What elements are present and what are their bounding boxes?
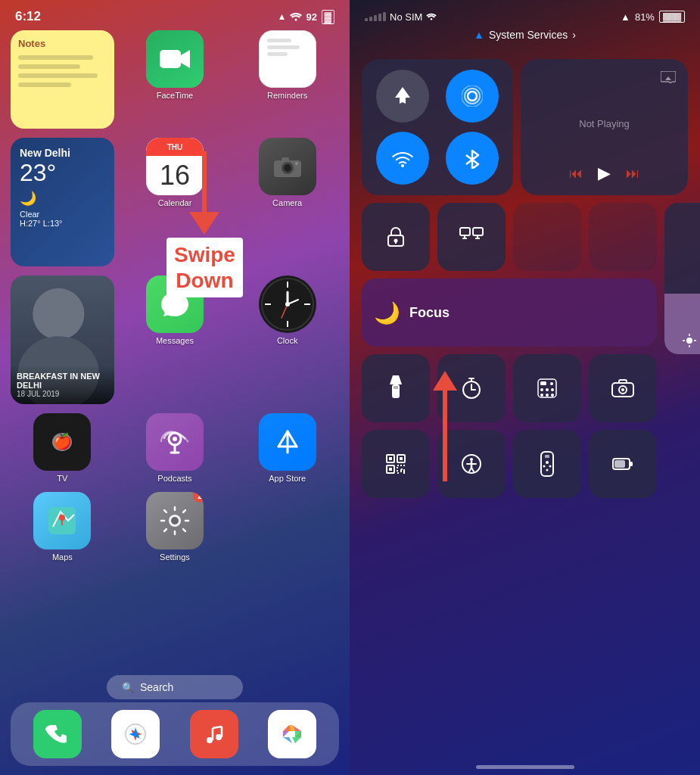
maps-app[interactable]: Maps — [11, 492, 114, 562]
search-bar[interactable]: 🔍 Search — [107, 675, 243, 699]
maps-svg — [45, 504, 79, 537]
battery-cc-btn[interactable] — [589, 430, 657, 498]
podcasts-app[interactable]: Podcasts — [123, 413, 227, 483]
dock-phone[interactable] — [33, 710, 82, 758]
svg-point-73 — [551, 394, 554, 397]
appstore-label: App Store — [269, 474, 306, 483]
reminders-app[interactable]: Reminders — [235, 30, 339, 129]
moon-icon: 🌙 — [374, 300, 400, 325]
no-sim-text: No SIM — [390, 11, 422, 23]
brightness-slider[interactable] — [664, 203, 700, 354]
play-btn[interactable]: ▶ — [598, 163, 611, 183]
forward-btn[interactable]: ⏭ — [626, 166, 639, 182]
svg-point-70 — [551, 388, 554, 391]
arrow-down — [166, 151, 243, 235]
wifi-toggle-icon — [392, 149, 413, 167]
dock-safari[interactable] — [111, 710, 160, 758]
safari-icon — [123, 722, 148, 746]
sim-status: No SIM — [365, 11, 437, 23]
cellular-btn[interactable] — [446, 70, 499, 123]
playback-controls: ⏮ ▶ ⏭ — [533, 163, 676, 183]
svg-point-41 — [289, 731, 295, 737]
clock-icon — [259, 275, 316, 333]
camera-cc-btn[interactable] — [589, 354, 657, 422]
flashlight-btn[interactable] — [362, 354, 430, 422]
dock-music[interactable] — [190, 710, 238, 758]
svg-rect-102 — [545, 455, 549, 458]
home-indicator — [476, 765, 574, 769]
svg-rect-80 — [400, 457, 403, 460]
screen-lock-btn[interactable] — [362, 203, 430, 271]
svg-point-67 — [550, 382, 553, 385]
qr-code-icon — [385, 453, 406, 475]
notes-widget[interactable]: Notes — [11, 30, 114, 129]
control-center: No SIM ▲ 81% ▓▓▓ ▲ System Services › — [350, 0, 700, 775]
svg-point-4 — [284, 164, 291, 172]
airplay-svg — [661, 71, 676, 83]
svg-rect-66 — [540, 381, 546, 385]
rewind-btn[interactable]: ⏮ — [569, 166, 583, 182]
qr-scan-btn[interactable] — [362, 430, 430, 498]
screen-lock-icon — [384, 225, 408, 249]
battery-icon-right: ▓▓▓ — [659, 11, 685, 23]
cc-row-4 — [362, 430, 657, 498]
arrow-head — [189, 212, 219, 235]
dock-photos[interactable] — [268, 710, 316, 758]
system-services-header[interactable]: ▲ System Services › — [350, 29, 700, 41]
settings-app[interactable]: 2 Settings — [123, 492, 227, 562]
cc-row-focus: 🌙 Focus — [362, 279, 657, 347]
svg-point-7 — [33, 288, 84, 340]
clock-app[interactable]: Clock — [235, 275, 339, 404]
svg-rect-52 — [460, 228, 470, 235]
bluetooth-btn[interactable] — [446, 132, 499, 185]
focus-btn[interactable]: 🌙 Focus — [362, 279, 657, 347]
clock-svg — [260, 277, 315, 331]
wifi-icon-right — [426, 13, 437, 20]
photos-icon — [280, 722, 304, 746]
camera-app[interactable]: Camera — [235, 138, 339, 266]
calculator-btn[interactable] — [513, 354, 581, 422]
facetime-app[interactable]: FaceTime — [123, 30, 227, 129]
screen-mirror-btn[interactable] — [437, 203, 506, 271]
connectivity-block[interactable] — [362, 59, 513, 195]
screen-mirror-icon — [459, 226, 484, 247]
weather-widget[interactable]: New Delhi 23° 🌙 Clear H:27° L:13° — [11, 138, 114, 266]
facetime-camera-icon — [158, 47, 191, 71]
remote-btn[interactable] — [513, 430, 581, 498]
appletv-app[interactable]: 🍎 TV — [11, 413, 114, 483]
search-icon: 🔍 — [122, 682, 134, 693]
weather-condition: Clear — [20, 210, 105, 219]
phone-icon — [45, 722, 70, 746]
cc-row-2a — [362, 203, 657, 271]
location-icon-right: ▲ — [621, 11, 630, 23]
svg-point-6 — [295, 162, 298, 165]
svg-point-42 — [431, 18, 433, 20]
airplane-mode-btn[interactable] — [376, 70, 429, 123]
appstore-svg — [271, 425, 304, 459]
weather-range: H:27° L:13° — [20, 219, 105, 228]
svg-text:🍎: 🍎 — [53, 432, 72, 450]
svg-rect-82 — [389, 468, 392, 471]
arrow-up-shaft — [443, 391, 447, 481]
appletv-svg: 🍎 — [43, 427, 81, 457]
now-playing-block[interactable]: Not Playing ⏮ ▶ ⏭ — [521, 59, 688, 195]
svg-point-68 — [540, 388, 543, 391]
weather-city: New Delhi — [20, 147, 105, 159]
svg-point-104 — [543, 465, 546, 468]
slider-group — [664, 203, 700, 498]
arrow-up-annotation — [433, 371, 457, 481]
music-icon — [202, 722, 226, 746]
svg-rect-108 — [630, 462, 633, 466]
empty-tile-2 — [589, 203, 657, 271]
chevron-right-icon: › — [572, 29, 576, 41]
svg-point-72 — [546, 394, 549, 397]
svg-line-40 — [213, 727, 222, 728]
appstore-app[interactable]: App Store — [235, 413, 339, 483]
camera-svg-icon — [272, 154, 303, 179]
reminders-icon — [259, 30, 316, 88]
location-icon: ▲ — [278, 11, 287, 22]
wifi-toggle-btn[interactable] — [376, 132, 429, 185]
clock-label: Clock — [277, 336, 298, 345]
photo-widget[interactable]: BREAKFAST IN NEW DELHI 18 JUL 2019 — [11, 275, 114, 404]
svg-point-0 — [295, 19, 297, 21]
